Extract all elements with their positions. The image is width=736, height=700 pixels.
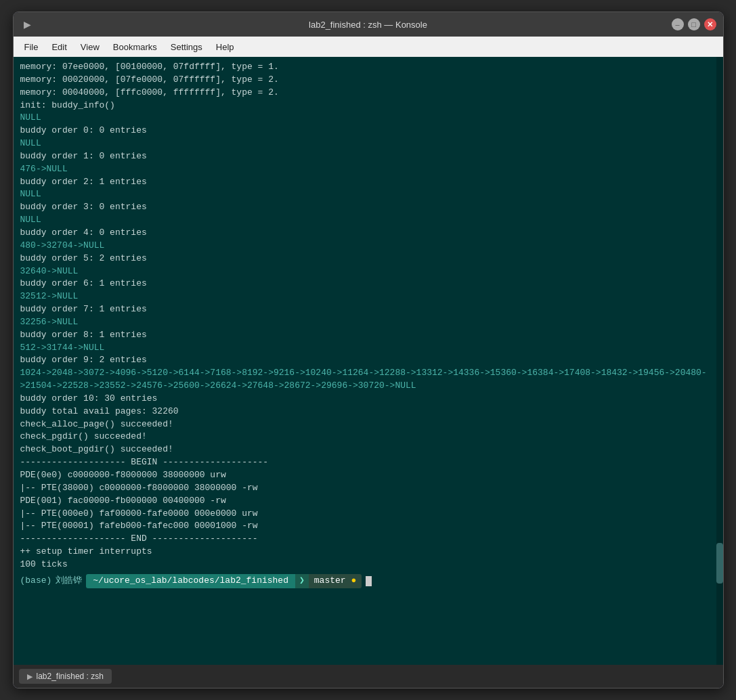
terminal-line: buddy order 6: 1 entries bbox=[20, 278, 716, 290]
terminal-line: -------------------- END ---------------… bbox=[20, 533, 716, 546]
maximize-button[interactable]: □ bbox=[688, 18, 700, 30]
terminal-line: buddy order 4: 0 entries bbox=[20, 227, 716, 240]
prompt-branch: master ● bbox=[309, 574, 362, 588]
terminal-prompt: (base) 刘皓铧 ~/ucore_os_lab/labcodes/lab2_… bbox=[20, 574, 716, 588]
menu-settings[interactable]: Settings bbox=[165, 40, 208, 54]
terminal-line: 32512->NULL bbox=[20, 290, 716, 303]
prompt-path: ~/ucore_os_lab/labcodes/lab2_finished bbox=[86, 574, 295, 588]
terminal-line: buddy order 2: 1 entries bbox=[20, 176, 716, 189]
terminal-line: memory: 00020000, [07fe0000, 07ffffff], … bbox=[20, 74, 716, 87]
terminal-line: memory: 00040000, [fffc0000, ffffffff], … bbox=[20, 87, 716, 100]
window-title: lab2_finished : zsh — Konsole bbox=[309, 20, 427, 30]
terminal-line: NULL bbox=[20, 214, 716, 227]
prompt-cursor bbox=[366, 576, 372, 586]
terminal-line: check_pgdir() succeeded! bbox=[20, 431, 716, 443]
minimize-button[interactable]: – bbox=[672, 18, 684, 30]
terminal-line: init: buddy_info() bbox=[20, 100, 716, 112]
tab-label: lab2_finished : zsh bbox=[37, 672, 104, 681]
terminal-line: ++ setup timer interrupts bbox=[20, 546, 716, 559]
terminal-line: memory: 07ee0000, [00100000, 07fdffff], … bbox=[20, 61, 716, 74]
title-bar: ▶ lab2_finished : zsh — Konsole – □ ✕ bbox=[14, 12, 723, 37]
terminal-line: 32256->NULL bbox=[20, 316, 716, 329]
terminal-line: buddy total avail pages: 32260 bbox=[20, 406, 716, 418]
menu-help[interactable]: Help bbox=[211, 40, 240, 54]
menu-bar: File Edit View Bookmarks Settings Help bbox=[14, 37, 723, 57]
scrollbar[interactable] bbox=[716, 57, 723, 665]
terminal-line: buddy order 9: 2 entries bbox=[20, 354, 716, 367]
terminal-window: ▶ lab2_finished : zsh — Konsole – □ ✕ Fi… bbox=[13, 12, 724, 688]
terminal-line: PDE(0e0) c0000000-f8000000 38000000 urw bbox=[20, 469, 716, 482]
terminal-line: 1024->2048->3072->4096->5120->6144->7168… bbox=[20, 367, 716, 393]
terminal-line: 512->31744->NULL bbox=[20, 342, 716, 355]
terminal-line: buddy order 7: 1 entries bbox=[20, 303, 716, 316]
terminal-line: 32640->NULL bbox=[20, 265, 716, 278]
terminal-line: buddy order 0: 0 entries bbox=[20, 125, 716, 137]
prompt-base: (base) bbox=[20, 575, 52, 588]
terminal-line: NULL bbox=[20, 137, 716, 150]
terminal-line: |-- PTE(000e0) faf00000-fafe0000 000e000… bbox=[20, 508, 716, 521]
terminal-wrapper: memory: 07ee0000, [00100000, 07fdffff], … bbox=[14, 57, 723, 665]
terminal-line: |-- PTE(38000) c0000000-f8000000 3800000… bbox=[20, 482, 716, 495]
tab-icon: ▶ bbox=[27, 672, 33, 681]
terminal-line: check_alloc_page() succeeded! bbox=[20, 418, 716, 431]
prompt-user: 刘皓铧 bbox=[56, 575, 82, 588]
terminal-line: buddy order 1: 0 entries bbox=[20, 150, 716, 163]
menu-edit[interactable]: Edit bbox=[46, 40, 72, 54]
terminal-line: 480->32704->NULL bbox=[20, 240, 716, 253]
terminal-line: buddy order 5: 2 entries bbox=[20, 253, 716, 265]
terminal-line: buddy order 10: 30 entries bbox=[20, 393, 716, 406]
close-button[interactable]: ✕ bbox=[704, 18, 716, 30]
terminal-line: -------------------- BEGIN -------------… bbox=[20, 456, 716, 469]
menu-view[interactable]: View bbox=[75, 40, 105, 54]
terminal-line: PDE(001) fac00000-fb000000 00400000 -rw bbox=[20, 495, 716, 508]
terminal-output[interactable]: memory: 07ee0000, [00100000, 07fdffff], … bbox=[14, 57, 723, 665]
terminal-line: 100 ticks bbox=[20, 559, 716, 571]
window-controls: – □ ✕ bbox=[672, 18, 716, 30]
new-tab-button[interactable]: ▶ bbox=[20, 17, 35, 32]
terminal-line: |-- PTE(00001) fafeb000-fafec000 0000100… bbox=[20, 520, 716, 533]
terminal-line: check_boot_pgdir() succeeded! bbox=[20, 443, 716, 456]
menu-file[interactable]: File bbox=[19, 40, 44, 54]
terminal-line: NULL bbox=[20, 188, 716, 201]
terminal-line: buddy order 3: 0 entries bbox=[20, 201, 716, 214]
terminal-line: NULL bbox=[20, 112, 716, 125]
terminal-line: 476->NULL bbox=[20, 163, 716, 176]
scrollbar-thumb[interactable] bbox=[716, 543, 723, 584]
terminal-tab[interactable]: ▶ lab2_finished : zsh bbox=[19, 669, 112, 684]
tab-bar: ▶ lab2_finished : zsh bbox=[14, 665, 723, 688]
terminal-line: buddy order 8: 1 entries bbox=[20, 329, 716, 342]
menu-bookmarks[interactable]: Bookmarks bbox=[108, 40, 163, 54]
prompt-arrow: ❯ bbox=[295, 574, 309, 588]
